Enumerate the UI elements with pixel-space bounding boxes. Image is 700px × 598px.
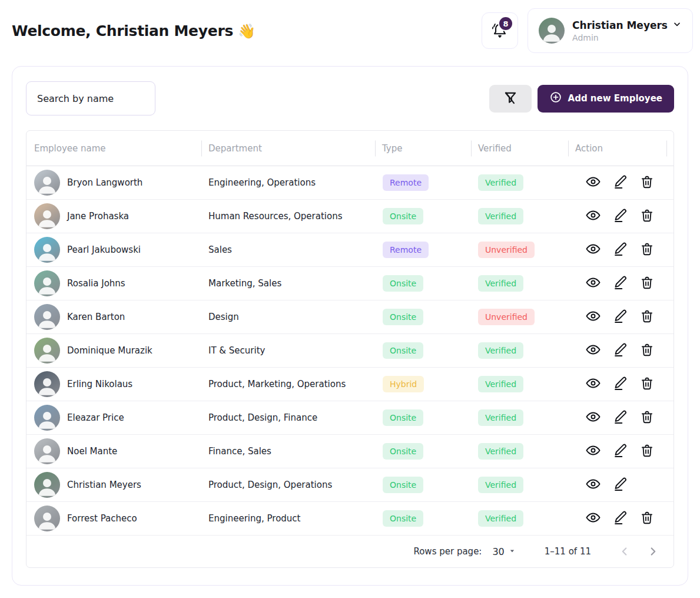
edit-button[interactable]	[612, 477, 628, 493]
avatar	[34, 506, 60, 531]
view-button[interactable]	[585, 342, 601, 359]
edit-button[interactable]	[612, 208, 628, 224]
employee-name: Eleazar Price	[67, 412, 124, 423]
view-button[interactable]	[585, 208, 601, 224]
clear-filter-button[interactable]	[489, 85, 532, 113]
verified-badge: Verified	[478, 342, 523, 359]
filter-clear-icon	[503, 90, 518, 107]
pencil-icon	[612, 342, 628, 359]
toolbar: Add new Employee	[26, 81, 674, 115]
type-badge: Hybrid	[383, 376, 424, 392]
edit-button[interactable]	[612, 275, 628, 292]
actions-cell	[568, 477, 666, 493]
trash-icon	[639, 309, 655, 326]
employee-department: Product, Marketing, Operations	[201, 379, 375, 389]
table-header: Employee name Department Type Verified A…	[26, 131, 674, 166]
edit-button[interactable]	[612, 409, 628, 426]
add-employee-button[interactable]: Add new Employee	[538, 85, 674, 113]
pencil-icon	[612, 207, 628, 225]
delete-button[interactable]	[639, 309, 655, 325]
notification-button[interactable]: 8	[482, 12, 518, 49]
view-button[interactable]	[585, 174, 601, 191]
profile-avatar	[539, 18, 565, 44]
rows-per-page-label: Rows per page:	[413, 546, 482, 557]
eye-icon	[585, 308, 601, 326]
employee-department: Engineering, Product	[201, 513, 375, 524]
chevron-down-icon	[672, 19, 682, 31]
avatar	[34, 472, 60, 498]
pencil-icon	[612, 476, 628, 494]
employee-department: Engineering, Operations	[201, 177, 375, 188]
employee-name: Dominique Murazik	[67, 345, 152, 356]
edit-button[interactable]	[612, 376, 628, 392]
employee-name-cell: Karen Barton	[26, 304, 201, 330]
edit-button[interactable]	[612, 443, 628, 460]
actions-cell	[568, 443, 666, 460]
employee-name: Pearl Jakubowski	[67, 245, 141, 255]
column-header-employee-name: Employee name	[26, 143, 201, 154]
trash-icon	[639, 208, 655, 225]
employee-department: Sales	[201, 245, 375, 255]
verified-badge: Unverified	[478, 242, 535, 258]
edit-button[interactable]	[612, 242, 628, 258]
delete-button[interactable]	[639, 443, 655, 460]
employee-name: Noel Mante	[67, 446, 117, 457]
pencil-icon	[612, 241, 628, 259]
delete-button[interactable]	[639, 275, 655, 292]
view-button[interactable]	[585, 242, 601, 258]
delete-button[interactable]	[639, 376, 655, 392]
view-button[interactable]	[585, 477, 601, 493]
trash-icon	[639, 376, 655, 393]
edit-button[interactable]	[612, 510, 628, 527]
delete-button[interactable]	[639, 242, 655, 258]
employee-department: Product, Design, Operations	[201, 480, 375, 490]
actions-cell	[568, 309, 666, 325]
delete-button[interactable]	[639, 409, 655, 426]
table-row: Bryon Langworth Engineering, Operations …	[26, 166, 674, 200]
actions-cell	[568, 409, 666, 426]
verified-badge: Verified	[478, 174, 523, 191]
edit-button[interactable]	[612, 309, 628, 325]
profile-role: Admin	[572, 33, 682, 42]
type-badge: Onsite	[383, 309, 423, 325]
view-button[interactable]	[585, 275, 601, 292]
view-button[interactable]	[585, 409, 601, 426]
employee-name-cell: Bryon Langworth	[26, 170, 201, 196]
rows-per-page-select[interactable]: 30	[492, 546, 516, 557]
table-row: Rosalia Johns Marketing, Sales Onsite Ve…	[26, 267, 674, 300]
eye-icon	[585, 207, 601, 225]
delete-button[interactable]	[639, 510, 655, 527]
actions-cell	[568, 242, 666, 258]
view-button[interactable]	[585, 376, 601, 392]
profile-menu[interactable]: Christian Meyers Admin	[528, 8, 693, 53]
delete-button[interactable]	[639, 342, 655, 359]
eye-icon	[585, 409, 601, 427]
edit-button[interactable]	[612, 342, 628, 359]
delete-button[interactable]	[639, 174, 655, 191]
table-row: Karen Barton Design Onsite Unverified	[26, 300, 674, 334]
search-input[interactable]	[26, 81, 155, 115]
eye-icon	[585, 241, 601, 259]
table-row: Jane Prohaska Human Resources, Operation…	[26, 200, 674, 233]
employee-name-cell: Eleazar Price	[26, 405, 201, 431]
view-button[interactable]	[585, 443, 601, 460]
pencil-icon	[612, 510, 628, 527]
delete-button[interactable]	[639, 208, 655, 224]
employee-name-cell: Noel Mante	[26, 438, 201, 464]
pencil-icon	[612, 409, 628, 427]
avatar	[34, 304, 60, 330]
pencil-icon	[612, 375, 628, 393]
table-row: Noel Mante Finance, Sales Onsite Verifie…	[26, 435, 674, 468]
type-badge: Onsite	[383, 275, 423, 292]
column-header-type: Type	[375, 143, 471, 154]
view-button[interactable]	[585, 309, 601, 325]
actions-cell	[568, 174, 666, 191]
previous-page-button[interactable]	[617, 544, 632, 559]
employee-name-cell: Jane Prohaska	[26, 203, 201, 229]
next-page-button[interactable]	[645, 544, 661, 559]
eye-icon	[585, 375, 601, 393]
edit-button[interactable]	[612, 174, 628, 191]
view-button[interactable]	[585, 510, 601, 527]
pencil-icon	[612, 442, 628, 460]
column-header-department: Department	[201, 143, 375, 154]
